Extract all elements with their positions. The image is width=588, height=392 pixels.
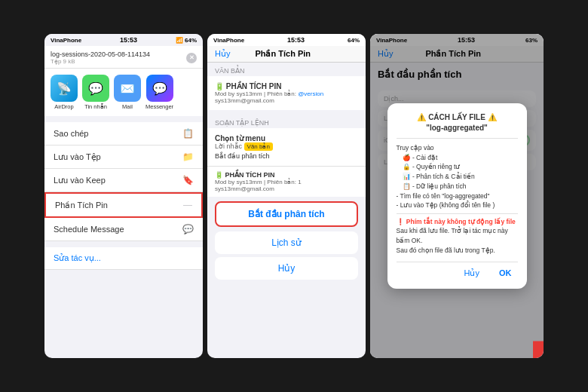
screen2: VinaPhone 15:53 64% Hủy Phần Tích Pin VĂ…	[207, 34, 366, 358]
s3-data-icon: 📋	[403, 182, 411, 190]
schedule-icon: 💬	[182, 224, 194, 234]
popup-step1a-text: - Cài đặt	[412, 154, 437, 161]
s2-plugin-meta: Mod by sys13mm | Phiên bản: @version sys…	[215, 90, 358, 104]
suatacvu-label: Sửa tác vụ...	[54, 253, 101, 263]
action-saochep[interactable]: Sao chép 📋	[44, 122, 203, 145]
file-name: log-sessions-2020-05-08-114134	[51, 51, 150, 58]
action-luuvaoTep[interactable]: Lưu vào Tệp 📁	[44, 145, 203, 169]
luuvaokeep-label: Lưu vào Keep	[54, 176, 106, 185]
screen1-status-bar: VinaPhone 15:53 📶 64%	[44, 34, 203, 46]
popup-step3: - Lưu vào Tệp (không đổi tên file )	[397, 201, 518, 210]
file-meta: Tệp 9 kB	[51, 58, 150, 65]
popup-step1b-text: - Quyền riêng tư	[412, 163, 461, 170]
s2-footer-email: sys13mm@gmail.com	[215, 185, 274, 192]
popup-box: ⚠️ CÁCH LẤY FILE ⚠️ "log-aggregated" Tru…	[387, 103, 527, 288]
messages-label: Tin nhắn	[84, 103, 107, 110]
apps-row: 📡 AirDrop 💬 Tin nhắn ✉️ Mail 💬 Messenger	[44, 69, 203, 116]
popup-overlay: ⚠️ CÁCH LẤY FILE ⚠️ "log-aggregated" Tru…	[370, 34, 544, 358]
s2-section-vb: VĂN BẢN	[207, 63, 366, 76]
s2-start-wrap: Bắt đầu phân tích	[207, 197, 366, 231]
saochep-icon: 📋	[182, 128, 194, 139]
luuvaotep-icon: 📁	[182, 152, 194, 162]
action-phantichpin[interactable]: Phần Tích Pin —	[44, 192, 203, 218]
s2-start-button[interactable]: Bắt đầu phân tích	[215, 201, 358, 227]
messages-app[interactable]: 💬 Tin nhắn	[82, 75, 109, 110]
schedule-label: Schedule Message	[54, 225, 124, 234]
screen2-status-bar: VinaPhone 15:53 64%	[207, 34, 366, 46]
popup-title: ⚠️ CÁCH LẤY FILE ⚠️ "log-aggregated"	[397, 112, 518, 133]
luuvaokeep-icon: 🔖	[182, 175, 194, 185]
file-type: Tệp	[51, 58, 61, 65]
s2-footer-mod: Mod by sys13mm | Phiên bản: 1	[215, 179, 302, 185]
screen3: VinaPhone 15:53 63% Hủy Phần Tích Pin Bắ…	[370, 34, 544, 358]
s1-time: 15:53	[120, 36, 137, 44]
s1-icons: 📶 64%	[176, 37, 197, 44]
popup-footer: Hủy OK	[397, 262, 518, 280]
s2-hint-text: Lời nhắc	[215, 142, 242, 150]
close-button[interactable]: ✕	[186, 53, 197, 63]
popup-divider	[397, 138, 518, 139]
mail-label: Mail	[122, 103, 133, 110]
s3-cai-dat-icon: 🍎	[403, 154, 411, 161]
phantichpin-icon: —	[183, 200, 192, 210]
popup-body: Truy cập vào 🍎 - Cài đặt 🔒 - Quyền riêng…	[397, 143, 518, 256]
s3-analytics-icon: 📊	[403, 173, 411, 180]
popup-step1d: 📋 - Dữ liệu phân tích	[403, 182, 518, 191]
messenger-label: Messenger	[145, 103, 173, 110]
popup-cancel-btn[interactable]: Hủy	[458, 267, 485, 280]
messages-icon: 💬	[82, 75, 109, 102]
s2-plugin-mod: Mod by sys13mm | Phiên bản: @version	[215, 90, 323, 97]
s2-battery: 64%	[348, 37, 360, 44]
messenger-app[interactable]: 💬 Messenger	[145, 75, 173, 110]
s2-carrier: VinaPhone	[213, 37, 244, 44]
phantichpin-label: Phần Tích Pin	[55, 201, 108, 210]
s2-plugin-card: 🔋 PHẦN TÍCH PIN Mod by sys13mm | Phiên b…	[207, 76, 366, 110]
luuvaotep-label: Lưu vào Tệp	[54, 152, 101, 162]
airdrop-icon: 📡	[51, 75, 78, 102]
popup-step1b: 🔒 - Quyền riêng tư	[403, 162, 518, 172]
svg-marker-0	[533, 338, 544, 358]
s2-history-button[interactable]: Lịch sử	[215, 231, 358, 254]
mail-icon: ✉️	[114, 75, 141, 102]
action-luuvaokeep[interactable]: Lưu vào Keep 🔖	[44, 169, 203, 192]
s2-start-text: Bắt đầu phân tích	[215, 150, 358, 160]
popup-title-line2: "log-aggregated"	[426, 124, 488, 132]
s2-command-card: Chọn từ menu Lời nhắc Văn bản Bắt đầu ph…	[207, 128, 366, 166]
file-size-val: 9 kB	[63, 58, 75, 65]
s3-privacy-icon: 🔒	[403, 163, 411, 170]
mail-app[interactable]: ✉️ Mail	[114, 75, 141, 110]
s2-icons: 64%	[348, 37, 360, 44]
s2-nav: Hủy Phần Tích Pin	[207, 46, 366, 63]
popup-step1d-text: - Dữ liệu phân tích	[412, 182, 467, 190]
s1-signal-icon: 📶	[176, 37, 183, 44]
s2-command-title: Chọn từ menu	[215, 134, 358, 142]
red-arrow-icon	[533, 337, 544, 358]
popup-ok-btn[interactable]: OK	[493, 267, 518, 280]
s2-cancel-button[interactable]: Hủy	[215, 257, 358, 280]
s2-plugin-email: sys13mm@gmail.com	[215, 97, 274, 104]
popup-mid-divider	[397, 213, 518, 214]
action-schedule[interactable]: Schedule Message 💬	[44, 218, 203, 241]
popup-note1: Sau khi đã lưu file. Trở lại tác mục này…	[397, 226, 518, 246]
popup-note2: Sau đó chọn file đã lưu trong Tệp.	[397, 246, 518, 256]
action-suatacvu[interactable]: Sửa tác vụ...	[44, 247, 203, 270]
popup-title-line1: ⚠️ CÁCH LẤY FILE ⚠️	[417, 113, 496, 121]
s2-footer-title: 🔋 PHẦN TÍCH PIN	[215, 171, 358, 179]
s1-carrier: VinaPhone	[51, 37, 81, 44]
s1-battery: 64%	[185, 37, 197, 44]
file-info-wrap: log-sessions-2020-05-08-114134 Tệp 9 kB	[51, 51, 150, 65]
airdrop-app[interactable]: 📡 AirDrop	[51, 75, 78, 110]
popup-step1c-text: - Phân tích & Cải tiến	[412, 173, 475, 180]
s2-scroll: VĂN BẢN 🔋 PHẦN TÍCH PIN Mod by sys13mm |…	[207, 63, 366, 197]
action-list: Sao chép 📋 Lưu vào Tệp 📁 Lưu vào Keep 🔖 …	[44, 122, 203, 241]
s2-cancel[interactable]: Hủy	[215, 49, 230, 59]
saochep-label: Sao chép	[54, 129, 88, 138]
screens-container: VinaPhone 15:53 📶 64% log-sessions-2020-…	[44, 34, 544, 358]
airdrop-label: AirDrop	[54, 103, 73, 110]
popup-step2: - Tìm file có tên "log-aggregated"	[397, 191, 518, 201]
s2-command-hint: Lời nhắc Văn bản	[215, 142, 358, 150]
popup-step1a: 🍎 - Cài đặt	[403, 153, 518, 163]
screen1: VinaPhone 15:53 📶 64% log-sessions-2020-…	[44, 34, 203, 358]
popup-step1c: 📊 - Phân tích & Cải tiến	[403, 172, 518, 182]
messenger-icon: 💬	[146, 75, 173, 102]
